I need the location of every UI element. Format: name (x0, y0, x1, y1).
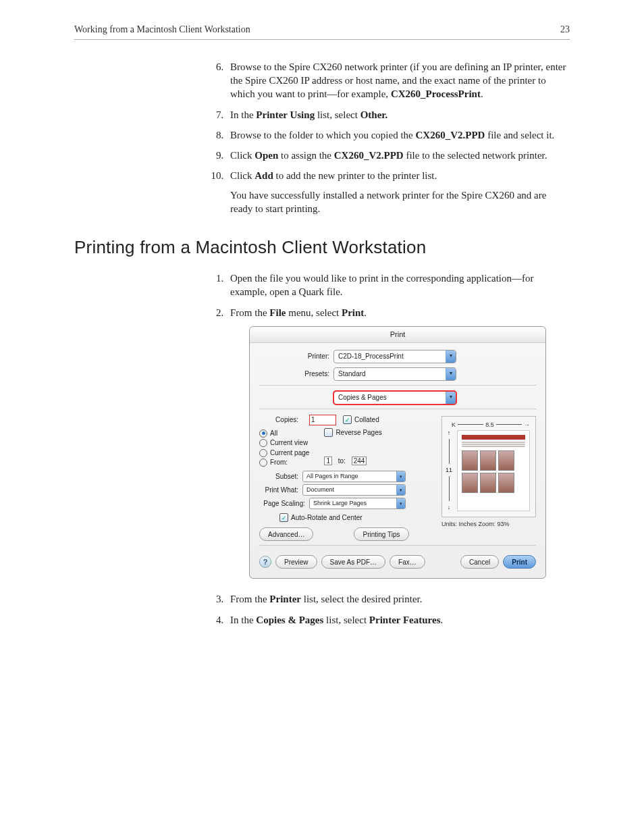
from-page-input[interactable]: 1 (324, 457, 332, 465)
range-currentpage-radio[interactable]: Current page (259, 448, 309, 458)
to-page-input[interactable]: 244 (352, 457, 367, 465)
to-label: to: (334, 457, 350, 465)
radio-off-icon (259, 439, 267, 447)
save-as-pdf-button[interactable]: Save As PDF… (321, 555, 385, 569)
step-6: Browse to the Spire CX260 network printe… (226, 60, 570, 101)
printer-select[interactable]: C2D-18_ProcessPrint ▾ (333, 350, 456, 363)
copies-label: Copies: (259, 415, 302, 425)
chevron-updown-icon: ▾ (396, 471, 405, 481)
step-10-note: You have successfully installed a networ… (230, 188, 570, 216)
separator (259, 545, 536, 546)
print-dialog-figure: Print Printer: C2D-18_ProcessPrint ▾ Pre… (249, 326, 546, 579)
printing-tips-button[interactable]: Printing Tips (354, 527, 408, 541)
chevron-updown-icon: ▾ (396, 498, 405, 509)
range-from-radio[interactable]: From: (259, 458, 309, 467)
radio-off-icon (259, 459, 267, 467)
page-number: 23 (560, 24, 570, 36)
preview-box: K8.5→ ↑11↓ (441, 416, 536, 517)
step-7: In the Printer Using list, select Other. (226, 108, 570, 122)
preview-button[interactable]: Preview (275, 555, 317, 569)
step-10: Click Add to add the new printer to the … (226, 169, 570, 215)
fax-button[interactable]: Fax… (390, 555, 425, 569)
range-all-radio[interactable]: All (259, 429, 309, 438)
page-thumbnail (457, 430, 530, 511)
dim-height: ↑11↓ (445, 429, 453, 511)
help-button[interactable]: ? (259, 556, 271, 568)
step-b3: From the Printer list, select the desire… (226, 592, 570, 606)
step-b1: Open the file you would like to print in… (226, 271, 570, 299)
step-b2: From the File menu, select Print. Print … (226, 306, 570, 579)
radio-off-icon (259, 449, 267, 457)
chevron-updown-icon: ▾ (396, 485, 405, 495)
presets-select[interactable]: Standard ▾ (333, 367, 456, 381)
subset-label: Subset: (259, 472, 302, 481)
dim-width: K8.5→ (452, 421, 530, 429)
separator (259, 385, 536, 386)
chevron-updown-icon: ▾ (446, 392, 456, 404)
step-8: Browse to the folder to which you copied… (226, 128, 570, 142)
printer-label: Printer: (259, 352, 333, 361)
step-list-a: Browse to the Spire CX260 network printe… (74, 60, 570, 215)
chevron-updown-icon: ▾ (446, 350, 456, 363)
printwhat-label: Print What: (259, 486, 302, 495)
reverse-pages-checkbox[interactable]: ✓ Reverse Pages (324, 428, 381, 438)
checkbox-empty-icon: ✓ (324, 428, 333, 437)
autorotate-checkbox[interactable]: ✓ Auto-Rotate and Center (279, 513, 363, 523)
dialog-title: Print (250, 327, 545, 343)
separator (259, 409, 536, 409)
range-currentview-radio[interactable]: Current view (259, 438, 309, 448)
presets-label: Presets: (259, 369, 333, 379)
header-title: Working from a Macintosh Client Workstat… (74, 24, 250, 36)
chevron-updown-icon: ▾ (446, 368, 456, 380)
printwhat-select[interactable]: Document▾ (302, 484, 406, 496)
running-header: Working from a Macintosh Client Workstat… (74, 24, 570, 40)
step-9: Click Open to assign the CX260_V2.PPD fi… (226, 149, 570, 162)
pane-select[interactable]: Copies & Pages ▾ (333, 391, 456, 405)
print-button[interactable]: Print (503, 555, 536, 569)
collated-checkbox[interactable]: ✓ Collated (343, 415, 379, 425)
step-list-b: Open the file you would like to print in… (74, 271, 570, 627)
radio-on-icon (259, 429, 267, 438)
step-b4: In the Copies & Pages list, select Print… (226, 613, 570, 627)
cancel-button[interactable]: Cancel (460, 555, 499, 569)
units-zoom: Units: Inches Zoom: 93% (441, 520, 536, 528)
section-heading: Printing from a Macintosh Client Worksta… (74, 236, 570, 259)
check-icon: ✓ (279, 513, 288, 522)
copies-input[interactable]: 1 (309, 415, 336, 425)
check-icon: ✓ (343, 415, 352, 424)
subset-select[interactable]: All Pages in Range▾ (302, 471, 406, 482)
advanced-button[interactable]: Advanced… (259, 527, 313, 541)
scaling-select[interactable]: Shrink Large Pages▾ (309, 498, 406, 509)
scaling-label: Page Scaling: (259, 499, 309, 509)
